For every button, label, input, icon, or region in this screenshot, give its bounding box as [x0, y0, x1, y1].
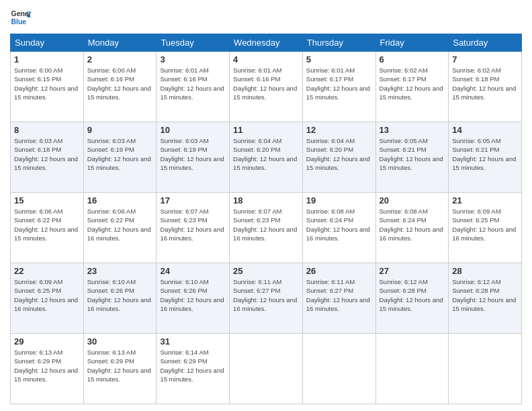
weekday-header-saturday: Saturday [449, 34, 522, 52]
day-number: 3 [160, 54, 226, 64]
day-number: 12 [306, 125, 372, 135]
calendar-day-3: 3Sunrise: 6:01 AMSunset: 6:16 PMDaylight… [157, 52, 230, 122]
calendar-day-31: 31Sunrise: 6:14 AMSunset: 6:29 PMDayligh… [157, 334, 230, 404]
day-number: 16 [87, 195, 153, 205]
weekday-header-sunday: Sunday [11, 34, 84, 52]
day-info: Sunrise: 6:01 AMSunset: 6:16 PMDaylight:… [160, 66, 226, 101]
day-info: Sunrise: 6:05 AMSunset: 6:21 PMDaylight:… [452, 136, 518, 172]
day-info: Sunrise: 6:00 AMSunset: 6:15 PMDaylight:… [14, 66, 80, 101]
day-info: Sunrise: 6:06 AMSunset: 6:22 PMDaylight:… [14, 207, 80, 242]
day-number: 30 [87, 336, 153, 347]
calendar-table: SundayMondayTuesdayWednesdayThursdayFrid… [10, 34, 522, 404]
calendar-day-23: 23Sunrise: 6:10 AMSunset: 6:26 PMDayligh… [83, 263, 157, 334]
calendar-day-13: 13Sunrise: 6:05 AMSunset: 6:21 PMDayligh… [375, 122, 449, 193]
day-number: 27 [380, 266, 445, 276]
calendar-week-4: 22Sunrise: 6:09 AMSunset: 6:25 PMDayligh… [11, 263, 522, 334]
weekday-header-thursday: Thursday [302, 34, 375, 52]
calendar-day-28: 28Sunrise: 6:12 AMSunset: 6:28 PMDayligh… [449, 263, 522, 334]
calendar-day-1: 1Sunrise: 6:00 AMSunset: 6:15 PMDaylight… [11, 52, 84, 122]
calendar-day-14: 14Sunrise: 6:05 AMSunset: 6:21 PMDayligh… [449, 122, 522, 193]
logo-icon: General Blue [10, 7, 32, 28]
calendar-day-8: 8Sunrise: 6:03 AMSunset: 6:18 PMDaylight… [11, 122, 84, 193]
day-number: 8 [14, 125, 80, 135]
weekday-header-wednesday: Wednesday [230, 34, 303, 52]
header: General Blue [10, 7, 522, 28]
calendar-day-22: 22Sunrise: 6:09 AMSunset: 6:25 PMDayligh… [11, 263, 84, 334]
day-number: 15 [14, 195, 80, 205]
calendar-day-5: 5Sunrise: 6:01 AMSunset: 6:17 PMDaylight… [302, 52, 375, 122]
calendar-day-12: 12Sunrise: 6:04 AMSunset: 6:20 PMDayligh… [302, 122, 375, 193]
day-info: Sunrise: 6:10 AMSunset: 6:26 PMDaylight:… [87, 277, 153, 313]
day-number: 31 [160, 336, 226, 347]
day-info: Sunrise: 6:08 AMSunset: 6:24 PMDaylight:… [306, 207, 372, 242]
day-info: Sunrise: 6:11 AMSunset: 6:27 PMDaylight:… [306, 277, 372, 313]
day-number: 26 [306, 266, 372, 276]
day-info: Sunrise: 6:12 AMSunset: 6:28 PMDaylight:… [380, 277, 445, 313]
day-number: 20 [380, 195, 445, 205]
day-number: 21 [452, 195, 518, 205]
day-number: 25 [233, 266, 299, 276]
day-info: Sunrise: 6:08 AMSunset: 6:24 PMDaylight:… [380, 207, 445, 242]
calendar-day-9: 9Sunrise: 6:03 AMSunset: 6:19 PMDaylight… [83, 122, 157, 193]
weekday-header-tuesday: Tuesday [157, 34, 230, 52]
day-number: 29 [14, 336, 80, 347]
day-info: Sunrise: 6:00 AMSunset: 6:16 PMDaylight:… [87, 66, 153, 101]
weekday-header-friday: Friday [375, 34, 449, 52]
day-number: 9 [87, 125, 153, 135]
day-number: 17 [160, 195, 226, 205]
day-number: 11 [233, 125, 299, 135]
empty-cell [375, 334, 449, 404]
day-info: Sunrise: 6:03 AMSunset: 6:19 PMDaylight:… [87, 136, 153, 172]
day-info: Sunrise: 6:09 AMSunset: 6:25 PMDaylight:… [452, 207, 518, 242]
logo: General Blue [10, 7, 34, 28]
empty-cell [302, 334, 375, 404]
calendar-day-27: 27Sunrise: 6:12 AMSunset: 6:28 PMDayligh… [375, 263, 449, 334]
page-container: General Blue SundayMondayTuesdayWednesda… [0, 0, 532, 411]
day-number: 24 [160, 266, 226, 276]
day-info: Sunrise: 6:01 AMSunset: 6:17 PMDaylight:… [306, 66, 372, 101]
day-info: Sunrise: 6:10 AMSunset: 6:26 PMDaylight:… [160, 277, 226, 313]
calendar-day-19: 19Sunrise: 6:08 AMSunset: 6:24 PMDayligh… [302, 193, 375, 263]
day-info: Sunrise: 6:13 AMSunset: 6:29 PMDaylight:… [14, 348, 80, 383]
day-number: 1 [14, 54, 80, 64]
svg-text:Blue: Blue [11, 18, 27, 26]
day-number: 7 [452, 54, 518, 64]
day-info: Sunrise: 6:03 AMSunset: 6:18 PMDaylight:… [14, 136, 80, 172]
day-number: 10 [160, 125, 226, 135]
day-info: Sunrise: 6:02 AMSunset: 6:18 PMDaylight:… [452, 66, 518, 101]
day-info: Sunrise: 6:12 AMSunset: 6:28 PMDaylight:… [452, 277, 518, 313]
calendar-week-1: 1Sunrise: 6:00 AMSunset: 6:15 PMDaylight… [11, 52, 522, 122]
day-number: 2 [87, 54, 153, 64]
day-number: 4 [233, 54, 299, 64]
empty-cell [449, 334, 522, 404]
day-number: 22 [14, 266, 80, 276]
calendar-day-2: 2Sunrise: 6:00 AMSunset: 6:16 PMDaylight… [83, 52, 157, 122]
day-info: Sunrise: 6:06 AMSunset: 6:22 PMDaylight:… [87, 207, 153, 242]
day-number: 6 [380, 54, 445, 64]
calendar-day-20: 20Sunrise: 6:08 AMSunset: 6:24 PMDayligh… [375, 193, 449, 263]
calendar-day-7: 7Sunrise: 6:02 AMSunset: 6:18 PMDaylight… [449, 52, 522, 122]
day-info: Sunrise: 6:07 AMSunset: 6:23 PMDaylight:… [233, 207, 299, 242]
day-info: Sunrise: 6:05 AMSunset: 6:21 PMDaylight:… [380, 136, 445, 172]
day-number: 14 [452, 125, 518, 135]
calendar-day-25: 25Sunrise: 6:11 AMSunset: 6:27 PMDayligh… [230, 263, 303, 334]
day-info: Sunrise: 6:09 AMSunset: 6:25 PMDaylight:… [14, 277, 80, 313]
day-number: 23 [87, 266, 153, 276]
day-number: 28 [452, 266, 518, 276]
day-number: 18 [233, 195, 299, 205]
calendar-day-18: 18Sunrise: 6:07 AMSunset: 6:23 PMDayligh… [230, 193, 303, 263]
day-info: Sunrise: 6:03 AMSunset: 6:19 PMDaylight:… [160, 136, 226, 172]
calendar-day-30: 30Sunrise: 6:13 AMSunset: 6:29 PMDayligh… [83, 334, 157, 404]
calendar-day-11: 11Sunrise: 6:04 AMSunset: 6:20 PMDayligh… [230, 122, 303, 193]
calendar-day-29: 29Sunrise: 6:13 AMSunset: 6:29 PMDayligh… [11, 334, 84, 404]
day-info: Sunrise: 6:02 AMSunset: 6:17 PMDaylight:… [380, 66, 445, 101]
day-info: Sunrise: 6:13 AMSunset: 6:29 PMDaylight:… [87, 348, 153, 383]
calendar-day-4: 4Sunrise: 6:01 AMSunset: 6:16 PMDaylight… [230, 52, 303, 122]
calendar-day-6: 6Sunrise: 6:02 AMSunset: 6:17 PMDaylight… [375, 52, 449, 122]
weekday-header-monday: Monday [83, 34, 157, 52]
calendar-day-16: 16Sunrise: 6:06 AMSunset: 6:22 PMDayligh… [83, 193, 157, 263]
calendar-week-2: 8Sunrise: 6:03 AMSunset: 6:18 PMDaylight… [11, 122, 522, 193]
day-info: Sunrise: 6:04 AMSunset: 6:20 PMDaylight:… [233, 136, 299, 172]
calendar-day-24: 24Sunrise: 6:10 AMSunset: 6:26 PMDayligh… [157, 263, 230, 334]
calendar-day-17: 17Sunrise: 6:07 AMSunset: 6:23 PMDayligh… [157, 193, 230, 263]
